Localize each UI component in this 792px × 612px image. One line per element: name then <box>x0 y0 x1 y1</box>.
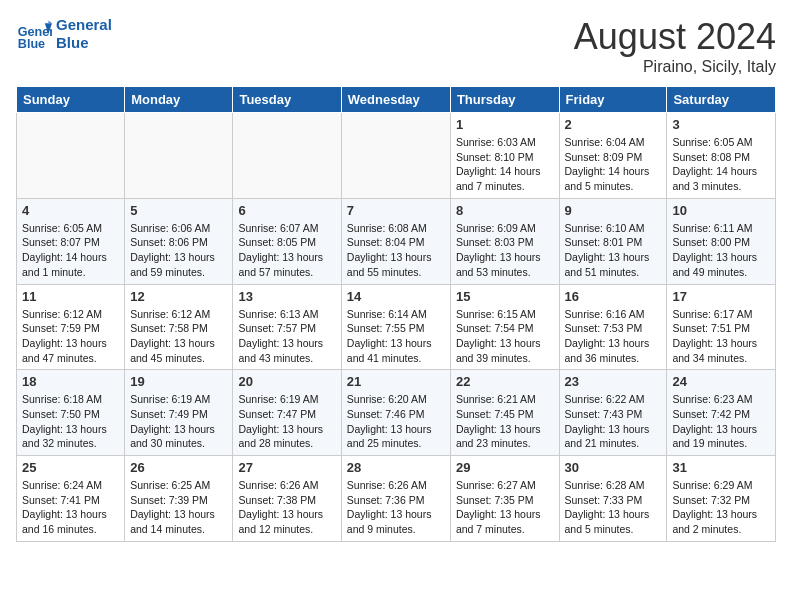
calendar-cell: 12Sunrise: 6:12 AM Sunset: 7:58 PM Dayli… <box>125 284 233 370</box>
calendar-week-row: 1Sunrise: 6:03 AM Sunset: 8:10 PM Daylig… <box>17 113 776 199</box>
day-number: 6 <box>238 203 335 218</box>
calendar-cell: 15Sunrise: 6:15 AM Sunset: 7:54 PM Dayli… <box>450 284 559 370</box>
calendar-cell: 5Sunrise: 6:06 AM Sunset: 8:06 PM Daylig… <box>125 198 233 284</box>
day-number: 23 <box>565 374 662 389</box>
calendar-week-row: 18Sunrise: 6:18 AM Sunset: 7:50 PM Dayli… <box>17 370 776 456</box>
svg-text:Blue: Blue <box>18 37 45 51</box>
calendar-cell: 3Sunrise: 6:05 AM Sunset: 8:08 PM Daylig… <box>667 113 776 199</box>
calendar-cell: 8Sunrise: 6:09 AM Sunset: 8:03 PM Daylig… <box>450 198 559 284</box>
day-info: Sunrise: 6:12 AM Sunset: 7:58 PM Dayligh… <box>130 307 227 366</box>
calendar-cell <box>341 113 450 199</box>
day-number: 29 <box>456 460 554 475</box>
day-number: 22 <box>456 374 554 389</box>
day-number: 18 <box>22 374 119 389</box>
calendar-cell: 28Sunrise: 6:26 AM Sunset: 7:36 PM Dayli… <box>341 456 450 542</box>
calendar-cell: 29Sunrise: 6:27 AM Sunset: 7:35 PM Dayli… <box>450 456 559 542</box>
calendar-cell: 16Sunrise: 6:16 AM Sunset: 7:53 PM Dayli… <box>559 284 667 370</box>
day-info: Sunrise: 6:21 AM Sunset: 7:45 PM Dayligh… <box>456 392 554 451</box>
calendar-cell: 2Sunrise: 6:04 AM Sunset: 8:09 PM Daylig… <box>559 113 667 199</box>
calendar-cell: 14Sunrise: 6:14 AM Sunset: 7:55 PM Dayli… <box>341 284 450 370</box>
calendar-cell: 22Sunrise: 6:21 AM Sunset: 7:45 PM Dayli… <box>450 370 559 456</box>
calendar-week-row: 4Sunrise: 6:05 AM Sunset: 8:07 PM Daylig… <box>17 198 776 284</box>
weekday-header-wednesday: Wednesday <box>341 87 450 113</box>
calendar-week-row: 11Sunrise: 6:12 AM Sunset: 7:59 PM Dayli… <box>17 284 776 370</box>
calendar-cell: 20Sunrise: 6:19 AM Sunset: 7:47 PM Dayli… <box>233 370 341 456</box>
weekday-header-row: SundayMondayTuesdayWednesdayThursdayFrid… <box>17 87 776 113</box>
calendar-cell <box>125 113 233 199</box>
day-number: 2 <box>565 117 662 132</box>
day-number: 21 <box>347 374 445 389</box>
day-number: 15 <box>456 289 554 304</box>
day-info: Sunrise: 6:27 AM Sunset: 7:35 PM Dayligh… <box>456 478 554 537</box>
weekday-header-friday: Friday <box>559 87 667 113</box>
day-info: Sunrise: 6:24 AM Sunset: 7:41 PM Dayligh… <box>22 478 119 537</box>
day-number: 8 <box>456 203 554 218</box>
day-info: Sunrise: 6:15 AM Sunset: 7:54 PM Dayligh… <box>456 307 554 366</box>
calendar-cell: 7Sunrise: 6:08 AM Sunset: 8:04 PM Daylig… <box>341 198 450 284</box>
calendar-cell: 19Sunrise: 6:19 AM Sunset: 7:49 PM Dayli… <box>125 370 233 456</box>
calendar-cell: 4Sunrise: 6:05 AM Sunset: 8:07 PM Daylig… <box>17 198 125 284</box>
calendar-table: SundayMondayTuesdayWednesdayThursdayFrid… <box>16 86 776 542</box>
day-info: Sunrise: 6:23 AM Sunset: 7:42 PM Dayligh… <box>672 392 770 451</box>
day-number: 20 <box>238 374 335 389</box>
day-number: 4 <box>22 203 119 218</box>
day-info: Sunrise: 6:26 AM Sunset: 7:36 PM Dayligh… <box>347 478 445 537</box>
day-info: Sunrise: 6:04 AM Sunset: 8:09 PM Dayligh… <box>565 135 662 194</box>
day-info: Sunrise: 6:08 AM Sunset: 8:04 PM Dayligh… <box>347 221 445 280</box>
day-info: Sunrise: 6:13 AM Sunset: 7:57 PM Dayligh… <box>238 307 335 366</box>
calendar-cell: 24Sunrise: 6:23 AM Sunset: 7:42 PM Dayli… <box>667 370 776 456</box>
day-info: Sunrise: 6:17 AM Sunset: 7:51 PM Dayligh… <box>672 307 770 366</box>
day-info: Sunrise: 6:12 AM Sunset: 7:59 PM Dayligh… <box>22 307 119 366</box>
day-info: Sunrise: 6:20 AM Sunset: 7:46 PM Dayligh… <box>347 392 445 451</box>
calendar-cell: 10Sunrise: 6:11 AM Sunset: 8:00 PM Dayli… <box>667 198 776 284</box>
month-title: August 2024 <box>574 16 776 58</box>
calendar-cell: 23Sunrise: 6:22 AM Sunset: 7:43 PM Dayli… <box>559 370 667 456</box>
calendar-cell: 9Sunrise: 6:10 AM Sunset: 8:01 PM Daylig… <box>559 198 667 284</box>
day-number: 9 <box>565 203 662 218</box>
calendar-cell: 1Sunrise: 6:03 AM Sunset: 8:10 PM Daylig… <box>450 113 559 199</box>
day-info: Sunrise: 6:22 AM Sunset: 7:43 PM Dayligh… <box>565 392 662 451</box>
day-number: 13 <box>238 289 335 304</box>
day-number: 26 <box>130 460 227 475</box>
day-info: Sunrise: 6:05 AM Sunset: 8:08 PM Dayligh… <box>672 135 770 194</box>
calendar-cell: 17Sunrise: 6:17 AM Sunset: 7:51 PM Dayli… <box>667 284 776 370</box>
day-info: Sunrise: 6:16 AM Sunset: 7:53 PM Dayligh… <box>565 307 662 366</box>
logo: General Blue General Blue <box>16 16 112 52</box>
weekday-header-tuesday: Tuesday <box>233 87 341 113</box>
calendar-cell: 13Sunrise: 6:13 AM Sunset: 7:57 PM Dayli… <box>233 284 341 370</box>
day-number: 27 <box>238 460 335 475</box>
day-number: 25 <box>22 460 119 475</box>
calendar-cell: 27Sunrise: 6:26 AM Sunset: 7:38 PM Dayli… <box>233 456 341 542</box>
day-info: Sunrise: 6:25 AM Sunset: 7:39 PM Dayligh… <box>130 478 227 537</box>
calendar-cell <box>233 113 341 199</box>
day-info: Sunrise: 6:07 AM Sunset: 8:05 PM Dayligh… <box>238 221 335 280</box>
day-info: Sunrise: 6:14 AM Sunset: 7:55 PM Dayligh… <box>347 307 445 366</box>
calendar-cell: 21Sunrise: 6:20 AM Sunset: 7:46 PM Dayli… <box>341 370 450 456</box>
calendar-cell: 25Sunrise: 6:24 AM Sunset: 7:41 PM Dayli… <box>17 456 125 542</box>
day-number: 16 <box>565 289 662 304</box>
title-block: August 2024 Piraino, Sicily, Italy <box>574 16 776 76</box>
svg-marker-3 <box>48 21 52 24</box>
day-number: 14 <box>347 289 445 304</box>
calendar-cell <box>17 113 125 199</box>
day-info: Sunrise: 6:11 AM Sunset: 8:00 PM Dayligh… <box>672 221 770 280</box>
day-info: Sunrise: 6:19 AM Sunset: 7:47 PM Dayligh… <box>238 392 335 451</box>
day-info: Sunrise: 6:05 AM Sunset: 8:07 PM Dayligh… <box>22 221 119 280</box>
calendar-week-row: 25Sunrise: 6:24 AM Sunset: 7:41 PM Dayli… <box>17 456 776 542</box>
day-number: 11 <box>22 289 119 304</box>
calendar-cell: 11Sunrise: 6:12 AM Sunset: 7:59 PM Dayli… <box>17 284 125 370</box>
day-info: Sunrise: 6:06 AM Sunset: 8:06 PM Dayligh… <box>130 221 227 280</box>
day-number: 17 <box>672 289 770 304</box>
day-number: 3 <box>672 117 770 132</box>
day-number: 28 <box>347 460 445 475</box>
day-number: 5 <box>130 203 227 218</box>
calendar-cell: 6Sunrise: 6:07 AM Sunset: 8:05 PM Daylig… <box>233 198 341 284</box>
logo-icon: General Blue <box>16 16 52 52</box>
day-number: 30 <box>565 460 662 475</box>
day-info: Sunrise: 6:29 AM Sunset: 7:32 PM Dayligh… <box>672 478 770 537</box>
day-info: Sunrise: 6:09 AM Sunset: 8:03 PM Dayligh… <box>456 221 554 280</box>
day-info: Sunrise: 6:18 AM Sunset: 7:50 PM Dayligh… <box>22 392 119 451</box>
day-info: Sunrise: 6:19 AM Sunset: 7:49 PM Dayligh… <box>130 392 227 451</box>
day-info: Sunrise: 6:10 AM Sunset: 8:01 PM Dayligh… <box>565 221 662 280</box>
weekday-header-monday: Monday <box>125 87 233 113</box>
